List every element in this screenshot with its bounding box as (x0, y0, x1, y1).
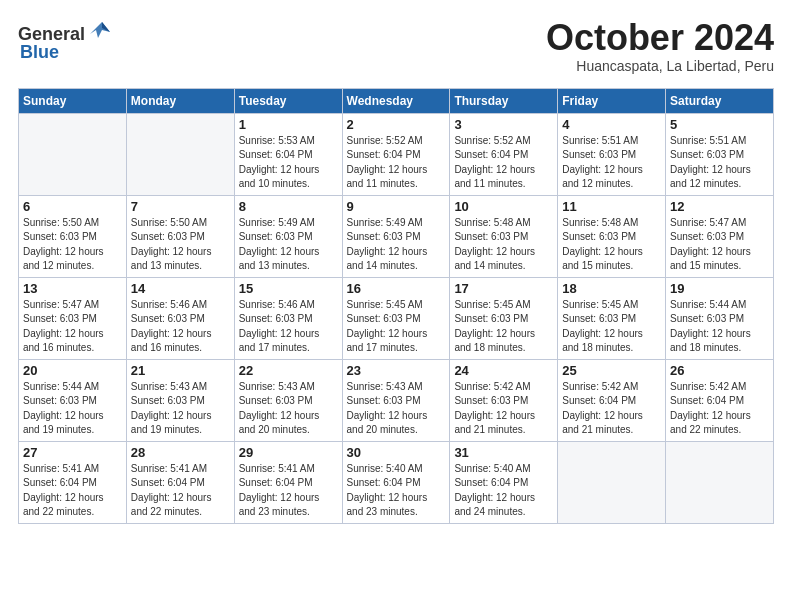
weekday-header-monday: Monday (126, 88, 234, 113)
calendar-cell: 18Sunrise: 5:45 AM Sunset: 6:03 PM Dayli… (558, 277, 666, 359)
day-info: Sunrise: 5:41 AM Sunset: 6:04 PM Dayligh… (131, 462, 230, 520)
day-number: 17 (454, 281, 553, 296)
calendar-cell: 5Sunrise: 5:51 AM Sunset: 6:03 PM Daylig… (666, 113, 774, 195)
calendar-week-row: 13Sunrise: 5:47 AM Sunset: 6:03 PM Dayli… (19, 277, 774, 359)
calendar-cell: 4Sunrise: 5:51 AM Sunset: 6:03 PM Daylig… (558, 113, 666, 195)
day-number: 23 (347, 363, 446, 378)
calendar-cell: 31Sunrise: 5:40 AM Sunset: 6:04 PM Dayli… (450, 441, 558, 523)
calendar-cell: 7Sunrise: 5:50 AM Sunset: 6:03 PM Daylig… (126, 195, 234, 277)
day-info: Sunrise: 5:46 AM Sunset: 6:03 PM Dayligh… (239, 298, 338, 356)
day-number: 13 (23, 281, 122, 296)
calendar-week-row: 27Sunrise: 5:41 AM Sunset: 6:04 PM Dayli… (19, 441, 774, 523)
day-info: Sunrise: 5:53 AM Sunset: 6:04 PM Dayligh… (239, 134, 338, 192)
day-number: 15 (239, 281, 338, 296)
day-info: Sunrise: 5:45 AM Sunset: 6:03 PM Dayligh… (347, 298, 446, 356)
calendar-cell: 27Sunrise: 5:41 AM Sunset: 6:04 PM Dayli… (19, 441, 127, 523)
calendar-cell: 22Sunrise: 5:43 AM Sunset: 6:03 PM Dayli… (234, 359, 342, 441)
calendar-cell: 15Sunrise: 5:46 AM Sunset: 6:03 PM Dayli… (234, 277, 342, 359)
day-info: Sunrise: 5:43 AM Sunset: 6:03 PM Dayligh… (239, 380, 338, 438)
day-info: Sunrise: 5:42 AM Sunset: 6:03 PM Dayligh… (454, 380, 553, 438)
calendar-cell: 12Sunrise: 5:47 AM Sunset: 6:03 PM Dayli… (666, 195, 774, 277)
day-info: Sunrise: 5:51 AM Sunset: 6:03 PM Dayligh… (670, 134, 769, 192)
day-info: Sunrise: 5:43 AM Sunset: 6:03 PM Dayligh… (347, 380, 446, 438)
calendar-cell: 6Sunrise: 5:50 AM Sunset: 6:03 PM Daylig… (19, 195, 127, 277)
day-info: Sunrise: 5:41 AM Sunset: 6:04 PM Dayligh… (23, 462, 122, 520)
day-info: Sunrise: 5:49 AM Sunset: 6:03 PM Dayligh… (239, 216, 338, 274)
day-info: Sunrise: 5:40 AM Sunset: 6:04 PM Dayligh… (347, 462, 446, 520)
calendar-cell: 8Sunrise: 5:49 AM Sunset: 6:03 PM Daylig… (234, 195, 342, 277)
calendar-cell: 28Sunrise: 5:41 AM Sunset: 6:04 PM Dayli… (126, 441, 234, 523)
calendar-cell: 3Sunrise: 5:52 AM Sunset: 6:04 PM Daylig… (450, 113, 558, 195)
calendar-week-row: 1Sunrise: 5:53 AM Sunset: 6:04 PM Daylig… (19, 113, 774, 195)
logo-bird-icon (88, 18, 116, 46)
calendar-cell: 1Sunrise: 5:53 AM Sunset: 6:04 PM Daylig… (234, 113, 342, 195)
location-subtitle: Huancaspata, La Libertad, Peru (546, 58, 774, 74)
logo: General Blue (18, 18, 116, 63)
calendar-cell: 10Sunrise: 5:48 AM Sunset: 6:03 PM Dayli… (450, 195, 558, 277)
day-number: 6 (23, 199, 122, 214)
calendar-cell: 23Sunrise: 5:43 AM Sunset: 6:03 PM Dayli… (342, 359, 450, 441)
day-info: Sunrise: 5:52 AM Sunset: 6:04 PM Dayligh… (454, 134, 553, 192)
day-number: 12 (670, 199, 769, 214)
day-number: 10 (454, 199, 553, 214)
calendar-cell: 14Sunrise: 5:46 AM Sunset: 6:03 PM Dayli… (126, 277, 234, 359)
weekday-header-saturday: Saturday (666, 88, 774, 113)
day-number: 29 (239, 445, 338, 460)
calendar-table: SundayMondayTuesdayWednesdayThursdayFrid… (18, 88, 774, 524)
header: General Blue October 2024 Huancaspata, L… (18, 18, 774, 74)
day-info: Sunrise: 5:40 AM Sunset: 6:04 PM Dayligh… (454, 462, 553, 520)
calendar-cell (126, 113, 234, 195)
title-block: October 2024 Huancaspata, La Libertad, P… (546, 18, 774, 74)
day-number: 7 (131, 199, 230, 214)
day-number: 24 (454, 363, 553, 378)
calendar-cell: 16Sunrise: 5:45 AM Sunset: 6:03 PM Dayli… (342, 277, 450, 359)
day-number: 27 (23, 445, 122, 460)
day-info: Sunrise: 5:52 AM Sunset: 6:04 PM Dayligh… (347, 134, 446, 192)
day-info: Sunrise: 5:47 AM Sunset: 6:03 PM Dayligh… (670, 216, 769, 274)
calendar-cell: 29Sunrise: 5:41 AM Sunset: 6:04 PM Dayli… (234, 441, 342, 523)
day-info: Sunrise: 5:48 AM Sunset: 6:03 PM Dayligh… (562, 216, 661, 274)
day-number: 25 (562, 363, 661, 378)
day-info: Sunrise: 5:42 AM Sunset: 6:04 PM Dayligh… (670, 380, 769, 438)
calendar-cell: 9Sunrise: 5:49 AM Sunset: 6:03 PM Daylig… (342, 195, 450, 277)
day-number: 18 (562, 281, 661, 296)
day-number: 3 (454, 117, 553, 132)
calendar-cell: 25Sunrise: 5:42 AM Sunset: 6:04 PM Dayli… (558, 359, 666, 441)
day-info: Sunrise: 5:43 AM Sunset: 6:03 PM Dayligh… (131, 380, 230, 438)
calendar-cell: 21Sunrise: 5:43 AM Sunset: 6:03 PM Dayli… (126, 359, 234, 441)
calendar-cell: 26Sunrise: 5:42 AM Sunset: 6:04 PM Dayli… (666, 359, 774, 441)
day-number: 1 (239, 117, 338, 132)
day-number: 5 (670, 117, 769, 132)
calendar-cell: 30Sunrise: 5:40 AM Sunset: 6:04 PM Dayli… (342, 441, 450, 523)
day-number: 26 (670, 363, 769, 378)
day-number: 14 (131, 281, 230, 296)
logo-blue-text: Blue (20, 42, 59, 63)
calendar-header-row: SundayMondayTuesdayWednesdayThursdayFrid… (19, 88, 774, 113)
day-info: Sunrise: 5:45 AM Sunset: 6:03 PM Dayligh… (454, 298, 553, 356)
day-info: Sunrise: 5:47 AM Sunset: 6:03 PM Dayligh… (23, 298, 122, 356)
day-info: Sunrise: 5:49 AM Sunset: 6:03 PM Dayligh… (347, 216, 446, 274)
weekday-header-thursday: Thursday (450, 88, 558, 113)
calendar-cell: 13Sunrise: 5:47 AM Sunset: 6:03 PM Dayli… (19, 277, 127, 359)
day-number: 16 (347, 281, 446, 296)
day-number: 11 (562, 199, 661, 214)
day-number: 9 (347, 199, 446, 214)
calendar-week-row: 6Sunrise: 5:50 AM Sunset: 6:03 PM Daylig… (19, 195, 774, 277)
calendar-cell (666, 441, 774, 523)
weekday-header-tuesday: Tuesday (234, 88, 342, 113)
calendar-cell: 17Sunrise: 5:45 AM Sunset: 6:03 PM Dayli… (450, 277, 558, 359)
calendar-week-row: 20Sunrise: 5:44 AM Sunset: 6:03 PM Dayli… (19, 359, 774, 441)
weekday-header-friday: Friday (558, 88, 666, 113)
day-info: Sunrise: 5:50 AM Sunset: 6:03 PM Dayligh… (131, 216, 230, 274)
calendar-cell: 19Sunrise: 5:44 AM Sunset: 6:03 PM Dayli… (666, 277, 774, 359)
day-info: Sunrise: 5:50 AM Sunset: 6:03 PM Dayligh… (23, 216, 122, 274)
day-number: 30 (347, 445, 446, 460)
page: General Blue October 2024 Huancaspata, L… (0, 0, 792, 538)
day-number: 2 (347, 117, 446, 132)
day-info: Sunrise: 5:44 AM Sunset: 6:03 PM Dayligh… (23, 380, 122, 438)
day-info: Sunrise: 5:45 AM Sunset: 6:03 PM Dayligh… (562, 298, 661, 356)
weekday-header-wednesday: Wednesday (342, 88, 450, 113)
calendar-cell (19, 113, 127, 195)
day-number: 4 (562, 117, 661, 132)
calendar-cell: 2Sunrise: 5:52 AM Sunset: 6:04 PM Daylig… (342, 113, 450, 195)
